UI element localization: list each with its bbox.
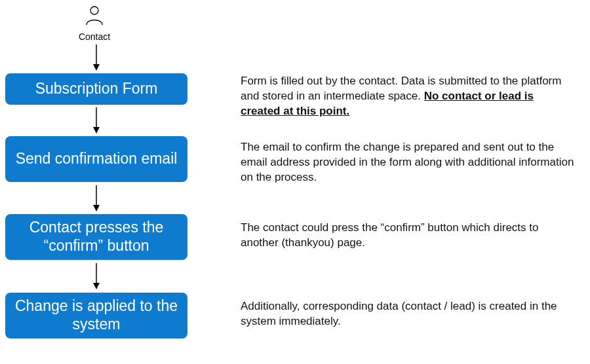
arrow-contact-to-step1	[90, 43, 102, 72]
svg-marker-4	[93, 127, 100, 134]
step-label: Change is applied to the system	[13, 297, 180, 333]
step-subscription-form: Subscription Form	[5, 73, 187, 105]
description-text: The email to confirm the change is prepa…	[241, 141, 574, 183]
contact-label: Contact	[68, 31, 121, 42]
description-step1: Form is filled out by the contact. Data …	[241, 74, 575, 119]
step-contact-presses-confirm: Contact presses the “confirm” button	[5, 214, 187, 260]
description-step3: The contact could press the “confirm” bu…	[241, 221, 575, 251]
step-label: Send confirmation email	[16, 150, 178, 168]
arrow-step1-to-step2	[90, 106, 102, 135]
svg-marker-6	[93, 205, 100, 211]
svg-point-0	[90, 7, 98, 14]
svg-marker-8	[93, 283, 100, 289]
svg-marker-2	[93, 64, 100, 71]
description-step4: Additionally, corresponding data (contac…	[241, 299, 575, 329]
arrow-step3-to-step4	[90, 262, 102, 291]
step-label: Subscription Form	[35, 80, 158, 98]
contact-actor: Contact	[68, 4, 121, 42]
step-send-confirmation-email: Send confirmation email	[5, 136, 187, 182]
description-text: Additionally, corresponding data (contac…	[241, 300, 557, 327]
description-text: The contact could press the “confirm” bu…	[241, 221, 538, 249]
description-step2: The email to confirm the change is prepa…	[241, 140, 575, 185]
step-label: Contact presses the “confirm” button	[13, 219, 180, 255]
step-change-applied: Change is applied to the system	[5, 293, 187, 338]
person-icon	[83, 4, 106, 27]
arrow-step2-to-step3	[90, 184, 102, 213]
